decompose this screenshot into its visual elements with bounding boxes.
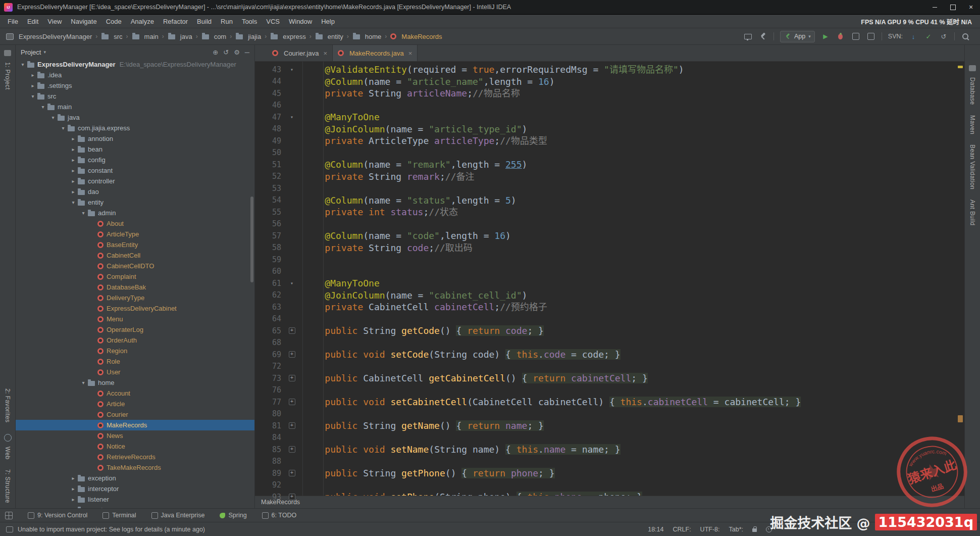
toolwindow-maven[interactable]: Maven (969, 115, 976, 134)
inspection-mark-orange[interactable] (958, 415, 963, 422)
tree-item-entity[interactable]: ▾entity (16, 197, 254, 208)
chevron-open-icon[interactable]: ▾ (49, 115, 57, 120)
editor-breadcrumb[interactable]: MakeRecords (255, 496, 964, 508)
breadcrumb-item-main[interactable]: main (131, 33, 160, 40)
locate-file-icon[interactable]: ⊕ (213, 48, 218, 56)
tree-item-courier[interactable]: Courier (16, 409, 254, 420)
fold-plus-icon[interactable]: + (289, 446, 295, 453)
event-log-icon[interactable] (6, 526, 13, 532)
menu-help[interactable]: Help (317, 18, 339, 25)
menu-view[interactable]: View (43, 18, 66, 25)
chevron-closed-icon[interactable]: ▸ (69, 168, 77, 173)
menu-file[interactable]: File (3, 18, 23, 25)
chevron-open-icon[interactable]: ▾ (29, 93, 37, 99)
refresh-icon[interactable]: ↺ (223, 48, 229, 56)
menu-refactor[interactable]: Refactor (159, 18, 192, 25)
status-item-18-14[interactable]: 18:14 (648, 526, 663, 533)
tree-item-user[interactable]: User (16, 367, 254, 377)
tree-item-admin[interactable]: ▾admin (16, 208, 254, 218)
editor[interactable]: 43▾44454647▾4849505152535455565758596061… (255, 62, 964, 496)
tree-item-idea[interactable]: ▸.idea (16, 70, 254, 80)
hide-panel-icon[interactable]: ─ (245, 48, 249, 56)
tree-item-home[interactable]: ▾home (16, 377, 254, 388)
chevron-closed-icon[interactable]: ▸ (69, 486, 77, 492)
breadcrumb-item-entity[interactable]: entity (314, 33, 344, 40)
fold-plus-icon[interactable]: + (289, 470, 295, 476)
chevron-closed-icon[interactable]: ▸ (69, 507, 77, 508)
menu-window[interactable]: Window (284, 18, 317, 25)
tree-item-menu[interactable]: Menu (16, 314, 254, 324)
menu-vcs[interactable]: VCS (262, 18, 284, 25)
tree-item-src[interactable]: ▾src (16, 91, 254, 102)
tree-item-bean[interactable]: ▸bean (16, 144, 254, 155)
toolwindow-web[interactable]: Web (4, 447, 11, 460)
fold-plus-icon[interactable]: + (289, 422, 295, 429)
inspection-mark-yellow[interactable] (958, 66, 963, 68)
tab-courier-java[interactable]: Courier.java× (267, 45, 333, 61)
fold-folded-icon[interactable]: + (281, 399, 302, 405)
tree-item-baseentity[interactable]: BaseEntity (16, 239, 254, 250)
toolwindow-terminal[interactable]: Terminal (102, 512, 136, 519)
tree-item-interceptor[interactable]: ▸interceptor (16, 483, 254, 494)
tree-item-makerecords[interactable]: MakeRecords (16, 420, 254, 430)
tree-item-cabinetcell[interactable]: CabinetCell (16, 250, 254, 261)
tab-makerecords-java[interactable]: MakeRecords.java× (333, 45, 418, 61)
tree-item-deliverytype[interactable]: DeliveryType (16, 293, 254, 303)
tree-item-listener[interactable]: ▸listener (16, 494, 254, 505)
tree-item-about[interactable]: About (16, 218, 254, 229)
svn-revert-button[interactable]: ↺ (939, 32, 948, 41)
toolwindow-project[interactable]: 1: Project (4, 62, 11, 90)
breadcrumb-item-jiajia[interactable]: jiajia (234, 33, 262, 40)
breadcrumb-item-com[interactable]: com (200, 33, 228, 40)
tree-item-orderauth[interactable]: OrderAuth (16, 335, 254, 346)
chevron-closed-icon[interactable]: ▸ (69, 157, 77, 163)
fold-folded-icon[interactable]: + (281, 446, 302, 453)
status-message[interactable]: Unable to import maven project: See logs… (18, 526, 205, 533)
minimize-button[interactable] (925, 0, 944, 14)
tree-item-constant[interactable]: ▸constant (16, 165, 254, 176)
toolwindow-java-enterprise[interactable]: Java Enterprise (151, 512, 205, 519)
chevron-closed-icon[interactable]: ▸ (29, 83, 37, 88)
toolwindow-database[interactable]: Database (969, 77, 976, 105)
chevron-open-icon[interactable]: ▾ (39, 104, 47, 110)
toolwindow-switcher-icon[interactable] (5, 512, 13, 519)
menu-code[interactable]: Code (101, 18, 126, 25)
coverage-button[interactable] (851, 32, 860, 41)
fold-folded-icon[interactable]: + (281, 327, 302, 334)
breadcrumb-item-express[interactable]: express (269, 33, 307, 40)
close-icon[interactable]: × (323, 50, 327, 57)
tree-item-config[interactable]: ▸config (16, 155, 254, 165)
toolwindow-6-todo[interactable]: 6: TODO (262, 512, 297, 519)
toolwindow-ant-build[interactable]: Ant Build (969, 200, 976, 226)
breadcrumb-item-expressdeliverymanager[interactable]: ExpressDeliveryManager (5, 33, 93, 40)
status-item-tab[interactable]: Tab*: (729, 526, 744, 533)
tree-item-news[interactable]: News (16, 430, 254, 441)
fold-open-icon[interactable]: ▾ (281, 114, 302, 120)
tree-item-dao[interactable]: ▸dao (16, 186, 254, 197)
menu-build[interactable]: Build (192, 18, 216, 25)
tree-item-com-jiajia-express[interactable]: ▾com.jiajia.express (16, 123, 254, 133)
fold-folded-icon[interactable]: + (281, 351, 302, 358)
menu-navigate[interactable]: Navigate (66, 18, 101, 25)
chevron-closed-icon[interactable]: ▸ (69, 136, 77, 141)
tree-item-article[interactable]: Article (16, 399, 254, 409)
gear-icon[interactable]: ⚙ (234, 48, 240, 56)
status-item-crlf[interactable]: CRLF: (673, 526, 691, 533)
tree-item-account[interactable]: Account (16, 388, 254, 399)
tree-item-exception[interactable]: ▸exception (16, 473, 254, 483)
tree-item-takemakerecords[interactable]: TakeMakeRecords (16, 462, 254, 473)
chevron-open-icon[interactable]: ▾ (69, 200, 77, 205)
tree-item-expressdeliverymanager[interactable]: ▾ExpressDeliveryManagerE:\idea_space\Exp… (16, 59, 254, 70)
tree-item-notice[interactable]: Notice (16, 441, 254, 452)
tree-item-databasebak[interactable]: DatabaseBak (16, 282, 254, 293)
tree-item-region[interactable]: Region (16, 346, 254, 356)
tree-item-articletype[interactable]: ArticleType (16, 229, 254, 239)
profiler-button[interactable] (866, 32, 875, 41)
fold-plus-icon[interactable]: + (289, 494, 295, 500)
chevron-down-icon[interactable]: ▾ (43, 50, 46, 55)
chevron-open-icon[interactable]: ▾ (79, 210, 87, 216)
fold-plus-icon[interactable]: + (289, 375, 295, 381)
toolwindow-favorites[interactable]: 2: Favorites (4, 388, 11, 423)
chevron-closed-icon[interactable]: ▸ (69, 147, 77, 152)
fold-folded-icon[interactable]: + (281, 375, 302, 381)
